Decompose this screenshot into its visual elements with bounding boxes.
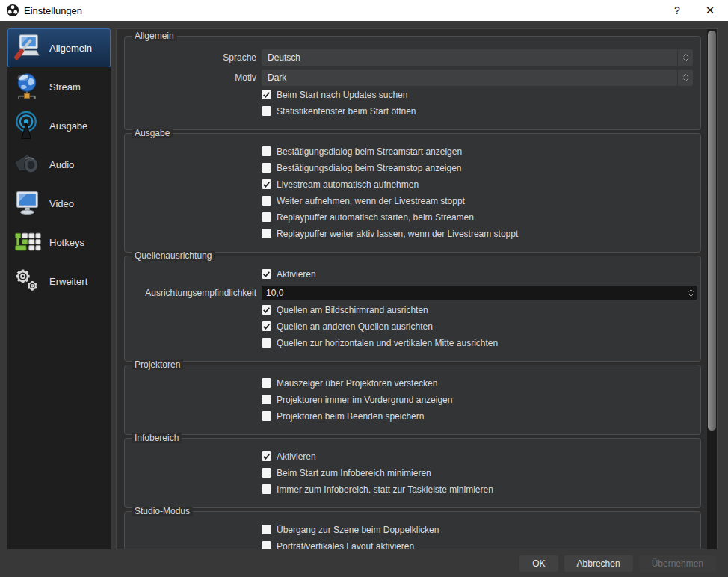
obs-logo-icon — [6, 4, 19, 17]
section-ausgabe: AusgabeBestätigungsdialog beim Streamsta… — [124, 133, 701, 253]
checkbox-label[interactable]: Bestätigungsdialog beim Streamstop anzei… — [277, 163, 462, 173]
ausrichtungsempfindlichkeit-spinbox[interactable]: 10,0 — [262, 286, 697, 300]
ok-button[interactable]: OK — [519, 555, 558, 572]
sidebar-nav: AllgemeinStreamAusgabeAudioVideoHotkeysE… — [7, 28, 111, 549]
section-title: Studio-Modus — [132, 507, 193, 516]
checkbox-label[interactable]: Statistikenfenster beim Start öffnen — [277, 106, 416, 117]
section-title: Quellenausrichtung — [132, 251, 215, 261]
field-value: 10,0 — [262, 288, 685, 298]
bergang-zur-szene-beim-doppelklicken-checkbox[interactable] — [262, 525, 271, 534]
checkbox-label[interactable]: Beim Start zum Infobereich minimieren — [277, 468, 431, 478]
audio-icon — [10, 148, 43, 181]
checkbox-label[interactable]: Übergang zur Szene beim Doppelklicken — [277, 525, 439, 535]
field-value: Dark — [262, 72, 677, 83]
output-icon — [10, 109, 43, 142]
section-studio-modus: Studio-ModusÜbergang zur Szene beim Dopp… — [124, 511, 701, 549]
checkbox-label[interactable]: Aktivieren — [277, 451, 316, 462]
stream-icon — [10, 70, 43, 103]
quellen-zur-horizontalen-und-vertikalen-mitte-ausrichten-checkbox[interactable] — [262, 338, 271, 348]
sidebar-item-label: Audio — [49, 159, 74, 170]
sidebar-item-video[interactable]: Video — [7, 184, 111, 223]
settings-sections: AllgemeinSpracheDeutschMotivDarkBeim Sta… — [117, 29, 709, 549]
section-projektoren: ProjektorenMauszeiger über Projektoren v… — [124, 365, 701, 435]
spinner-arrows-icon[interactable] — [685, 286, 697, 300]
spinner-arrows-icon[interactable] — [677, 70, 693, 86]
projektoren-beim-beenden-speichern-checkbox[interactable] — [262, 411, 271, 421]
checkbox-label[interactable]: Bestätigungsdialog beim Streamstart anze… — [277, 146, 462, 157]
video-icon — [10, 187, 43, 220]
sidebar-item-allgemein[interactable]: Allgemein — [7, 28, 111, 67]
checkbox-label[interactable]: Porträt/vertikales Layout aktivieren — [277, 541, 414, 550]
sidebar-item-label: Ausgabe — [49, 120, 87, 132]
checkbox-label[interactable]: Mauszeiger über Projektoren verstecken — [277, 378, 437, 389]
titlebar: Einstellungen ? ✕ — [0, 0, 728, 21]
spinner-arrows-icon[interactable] — [677, 49, 693, 66]
sidebar-item-stream[interactable]: Stream — [7, 67, 111, 106]
general-icon — [10, 31, 43, 64]
scrollbar-thumb[interactable] — [708, 31, 716, 431]
sidebar-item-audio[interactable]: Audio — [7, 145, 111, 184]
field-value: Deutsch — [262, 52, 677, 63]
section-infobereich: InfobereichAktivierenBeim Start zum Info… — [124, 438, 701, 508]
sidebar-item-hotkeys[interactable]: Hotkeys — [7, 223, 111, 262]
checkbox-label[interactable]: Quellen am Bildschirmrand ausrichten — [277, 305, 428, 315]
quellen-an-anderen-quellen-ausrichten-checkbox[interactable] — [262, 321, 271, 331]
settings-scroll-area: AllgemeinSpracheDeutschMotivDarkBeim Sta… — [116, 28, 718, 549]
checkbox-label[interactable]: Immer zum Infobereich. statt zur Tasklei… — [277, 484, 493, 495]
replaypuffer-weiter-aktiv-lassen-wenn-der-livestream-stoppt-checkbox[interactable] — [262, 229, 271, 238]
window-title: Einstellungen — [24, 5, 661, 16]
sidebar-item-erweitert[interactable]: Erweitert — [7, 262, 111, 300]
checkbox-label[interactable]: Livestream automatisch aufnehmen — [277, 179, 419, 190]
checkbox-label[interactable]: Beim Start nach Updates suchen — [277, 90, 407, 100]
section-allgemein: AllgemeinSpracheDeutschMotivDarkBeim Sta… — [124, 36, 701, 130]
field-label: Sprache — [132, 52, 256, 63]
field-label: Ausrichtungsempfindlichkeit — [132, 288, 256, 298]
best-tigungsdialog-beim-streamstart-anzeigen-checkbox[interactable] — [262, 146, 271, 156]
checkbox-label[interactable]: Aktivieren — [277, 269, 316, 280]
sidebar-item-label: Hotkeys — [49, 237, 84, 248]
immer-zum-infobereich-statt-zur-taskleiste-minimieren-checkbox[interactable] — [262, 484, 271, 494]
livestream-automatisch-aufnehmen-checkbox[interactable] — [262, 179, 271, 189]
settings-dialog: AllgemeinStreamAusgabeAudioVideoHotkeysE… — [0, 21, 728, 577]
section-title: Projektoren — [132, 360, 183, 370]
footer-buttons: OKAbbrechenÜbernehmen — [0, 549, 728, 577]
advanced-icon — [10, 265, 43, 297]
abbrechen-button[interactable]: Abbrechen — [564, 555, 633, 572]
beim-start-zum-infobereich-minimieren-checkbox[interactable] — [262, 468, 271, 478]
checkbox-label[interactable]: Projektoren beim Beenden speichern — [277, 411, 424, 422]
beim-start-nach-updates-suchen-checkbox[interactable] — [262, 90, 271, 99]
sidebar-item-label: Video — [49, 198, 74, 209]
bernehmen-button[interactable]: Übernehmen — [639, 555, 716, 572]
checkbox-label[interactable]: Projektoren immer im Vordergrund anzeige… — [277, 395, 452, 405]
section-title: Infobereich — [132, 433, 182, 443]
checkbox-label[interactable]: Replaypuffer weiter aktiv lassen, wenn d… — [277, 229, 518, 239]
sidebar-item-label: Erweitert — [49, 276, 87, 287]
aktivieren-checkbox[interactable] — [262, 451, 271, 461]
section-title: Ausgabe — [132, 129, 173, 138]
statistikenfenster-beim-start-ffnen-checkbox[interactable] — [262, 106, 271, 116]
scrollbar[interactable] — [707, 29, 717, 549]
best-tigungsdialog-beim-streamstop-anzeigen-checkbox[interactable] — [262, 163, 271, 173]
replaypuffer-automatisch-starten-beim-streamen-checkbox[interactable] — [262, 212, 271, 222]
quellen-am-bildschirmrand-ausrichten-checkbox[interactable] — [262, 305, 271, 315]
aktivieren-checkbox[interactable] — [262, 269, 271, 279]
hotkeys-icon — [10, 226, 43, 259]
section-quellenausrichtung: QuellenausrichtungAktivierenAusrichtungs… — [124, 256, 701, 362]
sidebar-item-label: Allgemein — [49, 43, 92, 54]
section-title: Allgemein — [132, 31, 177, 41]
weiter-aufnehmen-wenn-der-livestream-stoppt-checkbox[interactable] — [262, 196, 271, 206]
projektoren-immer-im-vordergrund-anzeigen-checkbox[interactable] — [262, 395, 271, 404]
sprache-select[interactable]: Deutsch — [262, 49, 693, 66]
help-button[interactable]: ? — [661, 0, 694, 21]
checkbox-label[interactable]: Quellen zur horizontalen und vertikalen … — [277, 338, 498, 348]
checkbox-label[interactable]: Weiter aufnehmen, wenn der Livestream st… — [277, 196, 465, 206]
motiv-select[interactable]: Dark — [262, 70, 693, 86]
field-label: Motiv — [132, 72, 256, 83]
portr-t-vertikales-layout-aktivieren-checkbox[interactable] — [262, 541, 271, 549]
mauszeiger-ber-projektoren-verstecken-checkbox[interactable] — [262, 378, 271, 388]
checkbox-label[interactable]: Quellen an anderen Quellen ausrichten — [277, 321, 433, 332]
close-button[interactable]: ✕ — [694, 0, 727, 21]
sidebar-item-label: Stream — [49, 81, 81, 93]
sidebar-item-ausgabe[interactable]: Ausgabe — [7, 106, 111, 145]
checkbox-label[interactable]: Replaypuffer automatisch starten, beim S… — [277, 212, 474, 223]
